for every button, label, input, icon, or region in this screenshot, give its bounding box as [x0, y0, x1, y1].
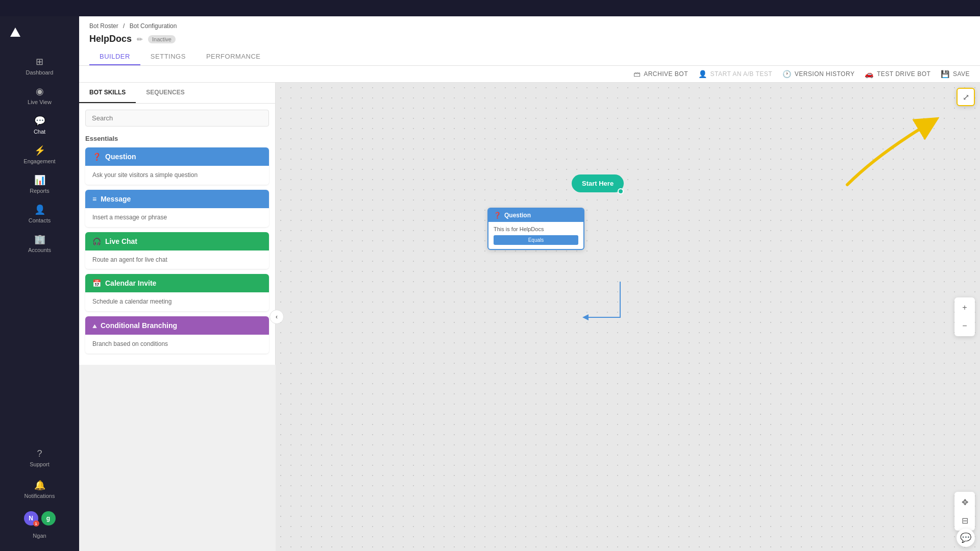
notification-badge: 1	[33, 520, 39, 527]
sidebar-item-engagement[interactable]: ⚡ Engagement	[0, 140, 79, 169]
version-icon: 🕐	[782, 70, 792, 78]
zoom-out-icon: −	[962, 321, 967, 331]
skill-header-live-chat: 🎧 Live Chat	[85, 232, 269, 251]
test-drive-button[interactable]: 🚗 TEST DRIVE BOT	[865, 70, 930, 78]
question-node[interactable]: ❓ Question This is for HelpDocs Equals	[487, 208, 584, 250]
question-node-icon: ❓	[494, 212, 501, 219]
svg-marker-0	[10, 28, 20, 37]
zoom-out-button[interactable]: −	[957, 318, 973, 334]
user-avatar-secondary: g	[41, 511, 56, 525]
status-badge: Inactive	[148, 35, 176, 43]
left-panel-wrap: BOT SKILLS SEQUENCES Essentials ❓ Questi…	[79, 83, 276, 551]
sidebar-logo[interactable]	[0, 21, 79, 51]
canvas-chat-button[interactable]: 💬	[957, 529, 975, 547]
page-title-row: HelpDocs ✏ Inactive	[89, 34, 970, 44]
collapse-panel-button[interactable]: ‹	[270, 310, 284, 324]
skill-body-calendar-invite: Schedule a calendar meeting	[85, 292, 269, 311]
left-panel: BOT SKILLS SEQUENCES Essentials ❓ Questi…	[79, 83, 276, 365]
sidebar-item-label: Engagement	[23, 158, 55, 164]
avatar-initial: N	[29, 515, 33, 522]
sidebar-item-label: Dashboard	[26, 69, 54, 76]
page-title: HelpDocs	[89, 34, 132, 44]
main-content: Bot Roster / Bot Configuration HelpDocs …	[79, 16, 980, 551]
canvas-area[interactable]: Start Here ❓ Question This is for HelpDo…	[276, 83, 980, 551]
breadcrumb-parent[interactable]: Bot Roster	[89, 22, 118, 30]
annotation-arrow-svg	[837, 113, 939, 190]
calendar-icon: 📅	[92, 279, 101, 287]
skill-title: Question	[105, 153, 136, 161]
fit-screen-button[interactable]: ⤢	[957, 88, 975, 106]
start-node[interactable]: Start Here	[572, 174, 624, 192]
canvas-grid-icon: ⊟	[962, 516, 968, 525]
sidebar-item-contacts[interactable]: 👤 Contacts	[0, 199, 79, 229]
question-node-action-btn[interactable]: Equals	[494, 235, 578, 245]
sidebar-item-chat[interactable]: 💬 Chat	[0, 110, 79, 140]
panel-tab-sequences[interactable]: SEQUENCES	[136, 83, 194, 103]
sidebar: ⊞ Dashboard ◉ Live View 💬 Chat ⚡ Engagem…	[0, 16, 79, 551]
ab-test-button[interactable]: 👤 START AN A/B TEST	[698, 70, 772, 78]
skill-title: Calendar Invite	[105, 279, 156, 287]
skill-card-message[interactable]: ≡ Message Insert a message or phrase	[85, 190, 269, 227]
sidebar-item-support[interactable]: ? Support	[0, 443, 79, 472]
canvas-tools: + −	[954, 297, 975, 336]
save-button[interactable]: 💾 SAVE	[941, 70, 970, 78]
canvas-bottom-tools: ✥ ⊟	[954, 492, 975, 531]
live-view-icon: ◉	[36, 86, 44, 97]
search-input[interactable]	[85, 110, 269, 127]
breadcrumb-current: Bot Configuration	[130, 22, 177, 30]
question-node-title: Question	[504, 212, 531, 219]
skill-body-message: Insert a message or phrase	[85, 208, 269, 227]
skill-title: Live Chat	[105, 237, 137, 245]
skills-section-title: Essentials	[85, 135, 269, 142]
engagement-icon: ⚡	[34, 145, 45, 156]
archive-bot-button[interactable]: 🗃 ARCHIVE BOT	[633, 70, 688, 78]
canvas-fit-button[interactable]: ✥	[957, 494, 973, 510]
test-drive-icon: 🚗	[865, 70, 874, 78]
avatar: N 1	[24, 511, 38, 525]
tab-settings[interactable]: SETTINGS	[140, 48, 196, 65]
panel-tab-bot-skills[interactable]: BOT SKILLS	[79, 83, 136, 103]
archive-icon: 🗃	[633, 70, 641, 78]
skill-card-conditional-branching[interactable]: ⟁ Conditional Branching Branch based on …	[85, 316, 269, 354]
skill-title: Message	[101, 195, 131, 203]
toolbar: 🗃 ARCHIVE BOT 👤 START AN A/B TEST 🕐 VERS…	[79, 66, 980, 83]
skill-header-question: ❓ Question	[85, 147, 269, 166]
sidebar-item-reports[interactable]: 📊 Reports	[0, 169, 79, 199]
version-history-button[interactable]: 🕐 VERSION HISTORY	[782, 70, 854, 78]
sidebar-item-label: Live View	[28, 99, 52, 105]
tab-performance[interactable]: PERFORMANCE	[196, 48, 271, 65]
ab-test-icon: 👤	[698, 70, 707, 78]
panel-tabs: BOT SKILLS SEQUENCES	[79, 83, 275, 104]
question-icon: ❓	[92, 153, 101, 161]
sidebar-item-notifications[interactable]: 🔔 Notifications	[0, 474, 79, 504]
sidebar-item-live-view[interactable]: ◉ Live View	[0, 81, 79, 110]
skill-header-conditional-branching: ⟁ Conditional Branching	[85, 316, 269, 335]
zoom-in-button[interactable]: +	[957, 299, 973, 316]
sidebar-item-label: Accounts	[28, 247, 51, 253]
sidebar-item-label: Support	[30, 461, 50, 467]
sidebar-item-label: Chat	[34, 129, 45, 135]
sidebar-item-dashboard[interactable]: ⊞ Dashboard	[0, 51, 79, 81]
username-label: Ngan	[0, 533, 79, 541]
skill-card-live-chat[interactable]: 🎧 Live Chat Route an agent for live chat	[85, 232, 269, 269]
panel-content: Essentials ❓ Question Ask your site visi…	[79, 104, 275, 365]
reports-icon: 📊	[34, 174, 45, 186]
sidebar-user-area[interactable]: N 1 g	[0, 506, 79, 531]
skill-card-calendar-invite[interactable]: 📅 Calendar Invite Schedule a calendar me…	[85, 274, 269, 311]
tab-builder[interactable]: BUILDER	[89, 48, 140, 65]
edit-icon[interactable]: ✏	[137, 35, 143, 43]
fit-screen-icon: ⤢	[963, 92, 969, 102]
support-icon: ?	[37, 448, 42, 459]
sidebar-bottom: ? Support 🔔 Notifications N 1 g	[0, 443, 79, 546]
canvas-grid-button[interactable]: ⊟	[957, 512, 973, 529]
sidebar-item-label: Contacts	[29, 217, 51, 223]
question-node-header: ❓ Question	[488, 209, 583, 222]
start-connector-dot	[618, 188, 624, 194]
question-node-body: This is for HelpDocs Equals	[488, 222, 583, 249]
accounts-icon: 🏢	[34, 234, 45, 245]
notifications-icon: 🔔	[34, 480, 45, 491]
skill-card-question[interactable]: ❓ Question Ask your site visitors a simp…	[85, 147, 269, 185]
sidebar-item-accounts[interactable]: 🏢 Accounts	[0, 229, 79, 258]
breadcrumb-bar: Bot Roster / Bot Configuration HelpDocs …	[79, 16, 980, 66]
skill-body-question: Ask your site visitors a simple question	[85, 166, 269, 185]
